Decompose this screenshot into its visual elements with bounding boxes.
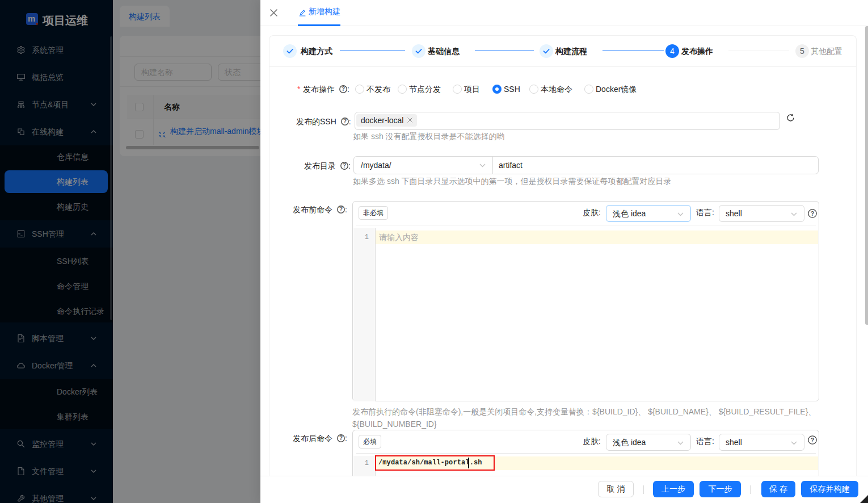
svg-text:?: ? <box>811 210 814 217</box>
svg-text:?: ? <box>811 437 814 443</box>
svg-text:?: ? <box>339 435 343 441</box>
svg-text:?: ? <box>342 86 345 92</box>
svg-text:?: ? <box>343 118 347 124</box>
svg-text:?: ? <box>343 162 346 169</box>
svg-text:?: ? <box>339 206 343 212</box>
